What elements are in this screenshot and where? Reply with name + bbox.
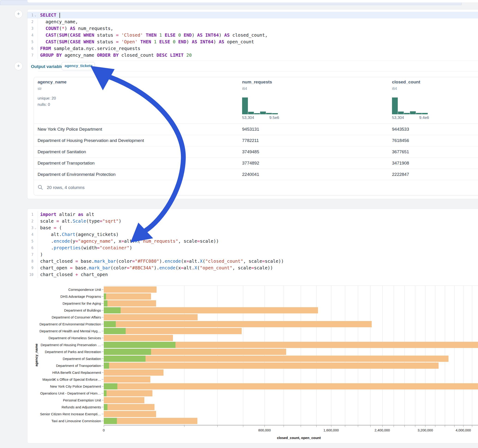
search-icon[interactable] <box>38 185 43 190</box>
x-axis-tick <box>370 425 371 427</box>
add-cell-button-output[interactable]: + <box>14 62 23 70</box>
code-line[interactable]: 9chart_open = base.mark_bar(color="#8BC3… <box>27 265 478 271</box>
fold-chevron-icon[interactable]: ⌄ <box>34 226 36 230</box>
gridline <box>394 286 394 425</box>
sql-cell: 1⌄SELECT 2 agency_name,3 COUNT(*) AS num… <box>27 9 478 199</box>
bar-closed_count[interactable] <box>104 390 152 396</box>
bar-open_count[interactable] <box>104 328 126 334</box>
gridline <box>217 286 218 425</box>
bar-open_count[interactable] <box>104 362 109 369</box>
output-variable-pill[interactable]: agency_tickets <box>62 62 95 70</box>
code-line[interactable]: 2 agency_name, <box>27 19 478 25</box>
sql-code-editor[interactable]: 1⌄SELECT 2 agency_name,3 COUNT(*) AS num… <box>27 12 478 59</box>
table-row[interactable]: Department of Sanitation37494853677651 <box>34 146 478 158</box>
bar-closed_count[interactable] <box>104 383 478 389</box>
code-line[interactable]: 4 CAST(SUM(CASE WHEN status = 'Closed' T… <box>27 32 478 38</box>
y-axis-tick <box>102 421 104 421</box>
x-axis-tick <box>472 425 472 427</box>
column-name: agency_name <box>38 80 67 85</box>
column-type: str <box>38 87 42 91</box>
bar-closed_count[interactable] <box>104 321 372 327</box>
bar-closed_count[interactable] <box>104 362 439 369</box>
fold-chevron-icon[interactable]: ⌄ <box>34 14 36 17</box>
bar-closed_count[interactable] <box>104 376 150 383</box>
histogram-bar <box>422 113 428 114</box>
y-axis-label: DHS Advantage Programs <box>31 294 101 299</box>
bar-open_count[interactable] <box>104 349 151 355</box>
gridline <box>370 286 371 425</box>
code-line[interactable]: 3⌄base = ( <box>27 224 478 231</box>
code-line[interactable]: 6 .properties(width="container") <box>27 244 478 251</box>
bar-closed_count[interactable] <box>104 300 156 306</box>
table-cell: Department of Housing Preservation and D… <box>38 138 144 143</box>
bar-closed_count[interactable] <box>104 418 197 424</box>
code-line[interactable]: 5 .encode(y="agency_name", x=alt.X("num_… <box>27 238 478 244</box>
code-text: SELECT <box>38 12 60 18</box>
bar-open_count[interactable] <box>104 342 176 348</box>
bar-open_count[interactable] <box>104 390 107 396</box>
bar-open_count[interactable] <box>104 404 107 410</box>
bar-closed_count[interactable] <box>104 404 155 410</box>
bar-open_count[interactable] <box>104 383 117 389</box>
code-line[interactable]: 6FROM sample_data.nyc.service_requests <box>27 45 478 52</box>
table-row[interactable]: Department of Environmental Protection22… <box>34 169 478 180</box>
bar-closed_count[interactable] <box>104 293 151 300</box>
line-number: 4 <box>27 32 38 38</box>
y-axis-tick <box>102 331 104 331</box>
y-axis-label: Department of Buildings <box>31 308 101 312</box>
bar-closed_count[interactable] <box>104 369 164 376</box>
table-cell: New York City Police Department <box>38 127 102 132</box>
column-type: i64 <box>392 87 397 91</box>
bar-open_count[interactable] <box>104 293 106 300</box>
y-axis-tick <box>102 324 104 324</box>
gridline <box>264 286 265 425</box>
x-axis-tick <box>104 425 104 427</box>
y-axis-label: Refunds and Adjustments <box>31 405 101 409</box>
bar-closed_count[interactable] <box>104 335 173 341</box>
code-line[interactable]: 1⌄SELECT <box>27 12 478 19</box>
bar-closed_count[interactable] <box>104 356 448 362</box>
bar-open_count[interactable] <box>104 418 117 424</box>
table-column-header[interactable]: num_requestsi6453,3049.5e6 <box>242 77 390 124</box>
y-axis-label: Department of Homeless Services <box>31 336 101 340</box>
chart-top-border <box>104 286 478 286</box>
y-axis-label: Operations Unit - Department of Hom… <box>31 391 101 395</box>
table-column-header[interactable]: agency_namestrunique: 20nulls: 0 <box>38 77 185 124</box>
table-row[interactable]: New York City Police Department945313194… <box>34 124 478 135</box>
bar-closed_count[interactable] <box>104 307 318 313</box>
code-line[interactable]: 2scale = alt.Scale(type="sqrt") <box>27 218 478 224</box>
bar-open_count[interactable] <box>104 307 121 313</box>
code-line[interactable]: 1import altair as alt <box>27 211 478 218</box>
bar-closed_count[interactable] <box>104 411 156 417</box>
bar-open_count[interactable] <box>104 356 145 362</box>
bar-open_count[interactable] <box>104 321 116 327</box>
y-axis-label: Department of Consumer Affairs <box>31 315 101 319</box>
code-line[interactable]: 4 alt.Chart(agency_tickets) <box>27 231 478 238</box>
code-line[interactable]: 8chart_closed = base.mark_bar(color="#FF… <box>27 258 478 265</box>
bar-closed_count[interactable] <box>104 397 144 403</box>
gridline <box>331 286 331 425</box>
table-cell: Department of Transportation <box>38 161 94 166</box>
y-axis-tick <box>102 379 104 380</box>
code-line[interactable]: 3 COUNT(*) AS num_requests, <box>27 25 478 32</box>
bar-closed_count[interactable] <box>104 314 198 320</box>
x-axis-tick-label: 800,000 <box>258 428 271 432</box>
x-axis-title: closed_count, open_count <box>277 436 321 440</box>
python-code-editor[interactable]: 1import altair as alt2scale = alt.Scale(… <box>27 211 478 278</box>
code-line[interactable]: 10chart_closed + chart_open <box>27 271 478 278</box>
table-row[interactable]: Department of Housing Preservation and D… <box>34 135 478 146</box>
y-axis-label: Senior Citizen Rent Increase Exempti… <box>31 412 101 416</box>
table-column-header[interactable]: closed_counti6453,3049.4e6 <box>392 77 478 124</box>
gridline <box>415 286 415 425</box>
bar-closed_count[interactable] <box>104 286 157 293</box>
code-line[interactable]: 7GROUP BY agency_name ORDER BY closed_co… <box>27 52 478 59</box>
code-text: COUNT(*) AS num_requests, <box>38 26 113 31</box>
y-axis-tick <box>102 393 104 393</box>
code-line[interactable]: 5 CAST(SUM(CASE WHEN status = 'Open' THE… <box>27 38 478 45</box>
table-row[interactable]: Department of Transportation377489234719… <box>34 157 478 169</box>
bar-open_count[interactable] <box>104 300 107 306</box>
x-axis-tick <box>382 425 383 427</box>
add-cell-button-top[interactable]: + <box>14 10 23 18</box>
code-line[interactable]: 7) <box>27 251 478 258</box>
x-axis-tick-label: 2,400,000 <box>374 428 390 432</box>
